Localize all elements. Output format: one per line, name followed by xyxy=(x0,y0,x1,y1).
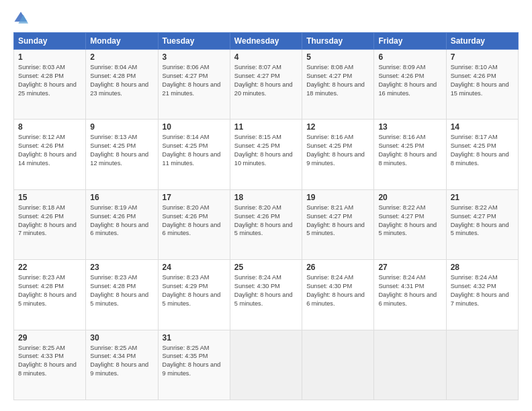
day-cell: 23Sunrise: 8:23 AMSunset: 4:28 PMDayligh… xyxy=(86,260,158,330)
day-cell: 11Sunrise: 8:15 AMSunset: 4:25 PMDayligh… xyxy=(230,120,302,189)
day-info: Sunrise: 8:06 AMSunset: 4:27 PMDaylight:… xyxy=(163,63,226,98)
calendar-header: SundayMondayTuesdayWednesdayThursdayFrid… xyxy=(14,33,519,50)
day-number: 29 xyxy=(18,333,81,342)
day-number: 22 xyxy=(18,263,81,272)
day-cell xyxy=(446,330,518,400)
day-cell: 1Sunrise: 8:03 AMSunset: 4:28 PMDaylight… xyxy=(14,50,86,120)
day-cell: 25Sunrise: 8:24 AMSunset: 4:30 PMDayligh… xyxy=(230,260,302,330)
day-info: Sunrise: 8:23 AMSunset: 4:29 PMDaylight:… xyxy=(163,273,226,308)
day-number: 16 xyxy=(90,193,153,202)
day-info: Sunrise: 8:16 AMSunset: 4:25 PMDaylight:… xyxy=(306,133,369,168)
day-info: Sunrise: 8:22 AMSunset: 4:27 PMDaylight:… xyxy=(378,203,441,238)
day-cell: 12Sunrise: 8:16 AMSunset: 4:25 PMDayligh… xyxy=(302,120,374,189)
calendar-body: 1Sunrise: 8:03 AMSunset: 4:28 PMDaylight… xyxy=(14,50,519,400)
day-cell: 6Sunrise: 8:09 AMSunset: 4:26 PMDaylight… xyxy=(374,50,446,120)
day-cell: 27Sunrise: 8:24 AMSunset: 4:31 PMDayligh… xyxy=(374,260,446,330)
day-cell: 30Sunrise: 8:25 AMSunset: 4:34 PMDayligh… xyxy=(86,330,158,400)
day-cell: 17Sunrise: 8:20 AMSunset: 4:26 PMDayligh… xyxy=(158,189,230,259)
day-cell: 5Sunrise: 8:08 AMSunset: 4:27 PMDaylight… xyxy=(302,50,374,120)
day-info: Sunrise: 8:03 AMSunset: 4:28 PMDaylight:… xyxy=(18,63,81,98)
day-number: 6 xyxy=(378,52,441,62)
week-row-3: 15Sunrise: 8:18 AMSunset: 4:26 PMDayligh… xyxy=(14,189,519,259)
day-info: Sunrise: 8:21 AMSunset: 4:27 PMDaylight:… xyxy=(306,203,369,238)
day-number: 11 xyxy=(234,122,298,132)
day-number: 27 xyxy=(378,263,441,272)
header-day-wednesday: Wednesday xyxy=(230,33,302,50)
day-info: Sunrise: 8:04 AMSunset: 4:28 PMDaylight:… xyxy=(90,63,153,98)
day-info: Sunrise: 8:17 AMSunset: 4:25 PMDaylight:… xyxy=(451,133,514,168)
day-info: Sunrise: 8:24 AMSunset: 4:31 PMDaylight:… xyxy=(378,273,441,308)
day-number: 28 xyxy=(451,263,514,272)
day-number: 1 xyxy=(18,52,81,62)
day-cell: 26Sunrise: 8:24 AMSunset: 4:30 PMDayligh… xyxy=(302,260,374,330)
day-number: 8 xyxy=(18,122,81,132)
day-number: 9 xyxy=(90,122,153,132)
day-info: Sunrise: 8:20 AMSunset: 4:26 PMDaylight:… xyxy=(163,203,226,238)
day-info: Sunrise: 8:24 AMSunset: 4:30 PMDaylight:… xyxy=(306,273,369,308)
day-cell: 19Sunrise: 8:21 AMSunset: 4:27 PMDayligh… xyxy=(302,189,374,259)
day-cell: 21Sunrise: 8:22 AMSunset: 4:27 PMDayligh… xyxy=(446,189,518,259)
day-cell: 7Sunrise: 8:10 AMSunset: 4:26 PMDaylight… xyxy=(446,50,518,120)
day-cell: 3Sunrise: 8:06 AMSunset: 4:27 PMDaylight… xyxy=(158,50,230,120)
day-number: 26 xyxy=(306,263,369,272)
week-row-4: 22Sunrise: 8:23 AMSunset: 4:28 PMDayligh… xyxy=(14,260,519,330)
day-info: Sunrise: 8:09 AMSunset: 4:26 PMDaylight:… xyxy=(378,63,441,98)
day-info: Sunrise: 8:19 AMSunset: 4:26 PMDaylight:… xyxy=(90,203,153,238)
day-number: 12 xyxy=(306,122,369,132)
day-info: Sunrise: 8:15 AMSunset: 4:25 PMDaylight:… xyxy=(234,133,298,168)
day-cell: 15Sunrise: 8:18 AMSunset: 4:26 PMDayligh… xyxy=(14,189,86,259)
day-number: 2 xyxy=(90,52,153,62)
day-number: 13 xyxy=(378,122,441,132)
day-cell: 29Sunrise: 8:25 AMSunset: 4:33 PMDayligh… xyxy=(14,330,86,400)
day-number: 5 xyxy=(306,52,369,62)
day-info: Sunrise: 8:25 AMSunset: 4:33 PMDaylight:… xyxy=(18,344,81,379)
day-cell: 20Sunrise: 8:22 AMSunset: 4:27 PMDayligh… xyxy=(374,189,446,259)
day-info: Sunrise: 8:23 AMSunset: 4:28 PMDaylight:… xyxy=(90,273,153,308)
day-number: 7 xyxy=(451,52,514,62)
day-number: 15 xyxy=(18,193,81,202)
day-number: 24 xyxy=(163,263,226,272)
day-number: 21 xyxy=(451,193,514,202)
day-cell: 10Sunrise: 8:14 AMSunset: 4:25 PMDayligh… xyxy=(158,120,230,189)
day-number: 19 xyxy=(306,193,369,202)
header xyxy=(13,11,519,26)
day-info: Sunrise: 8:20 AMSunset: 4:26 PMDaylight:… xyxy=(234,203,298,238)
day-info: Sunrise: 8:14 AMSunset: 4:25 PMDaylight:… xyxy=(163,133,226,168)
page: SundayMondayTuesdayWednesdayThursdayFrid… xyxy=(0,0,532,411)
day-cell: 28Sunrise: 8:24 AMSunset: 4:32 PMDayligh… xyxy=(446,260,518,330)
day-number: 3 xyxy=(163,52,226,62)
header-day-friday: Friday xyxy=(374,33,446,50)
header-row: SundayMondayTuesdayWednesdayThursdayFrid… xyxy=(14,33,519,50)
header-day-monday: Monday xyxy=(86,33,158,50)
logo-icon xyxy=(13,11,28,26)
day-cell xyxy=(302,330,374,400)
day-cell: 13Sunrise: 8:16 AMSunset: 4:25 PMDayligh… xyxy=(374,120,446,189)
header-day-sunday: Sunday xyxy=(14,33,86,50)
day-info: Sunrise: 8:18 AMSunset: 4:26 PMDaylight:… xyxy=(18,203,81,238)
week-row-2: 8Sunrise: 8:12 AMSunset: 4:26 PMDaylight… xyxy=(14,120,519,189)
day-info: Sunrise: 8:24 AMSunset: 4:30 PMDaylight:… xyxy=(234,273,298,308)
day-info: Sunrise: 8:25 AMSunset: 4:34 PMDaylight:… xyxy=(90,344,153,379)
day-number: 14 xyxy=(451,122,514,132)
header-day-tuesday: Tuesday xyxy=(158,33,230,50)
day-cell: 8Sunrise: 8:12 AMSunset: 4:26 PMDaylight… xyxy=(14,120,86,189)
day-cell: 9Sunrise: 8:13 AMSunset: 4:25 PMDaylight… xyxy=(86,120,158,189)
calendar-table: SundayMondayTuesdayWednesdayThursdayFrid… xyxy=(13,32,519,400)
day-number: 18 xyxy=(234,193,298,202)
header-day-thursday: Thursday xyxy=(302,33,374,50)
day-number: 31 xyxy=(163,333,226,342)
day-number: 30 xyxy=(90,333,153,342)
day-cell: 18Sunrise: 8:20 AMSunset: 4:26 PMDayligh… xyxy=(230,189,302,259)
day-cell: 31Sunrise: 8:25 AMSunset: 4:35 PMDayligh… xyxy=(158,330,230,400)
day-info: Sunrise: 8:12 AMSunset: 4:26 PMDaylight:… xyxy=(18,133,81,168)
day-number: 10 xyxy=(163,122,226,132)
day-number: 20 xyxy=(378,193,441,202)
day-info: Sunrise: 8:24 AMSunset: 4:32 PMDaylight:… xyxy=(451,273,514,308)
day-cell xyxy=(230,330,302,400)
logo xyxy=(13,11,31,26)
day-number: 4 xyxy=(234,52,298,62)
day-cell: 14Sunrise: 8:17 AMSunset: 4:25 PMDayligh… xyxy=(446,120,518,189)
week-row-1: 1Sunrise: 8:03 AMSunset: 4:28 PMDaylight… xyxy=(14,50,519,120)
day-number: 25 xyxy=(234,263,298,272)
day-cell: 2Sunrise: 8:04 AMSunset: 4:28 PMDaylight… xyxy=(86,50,158,120)
